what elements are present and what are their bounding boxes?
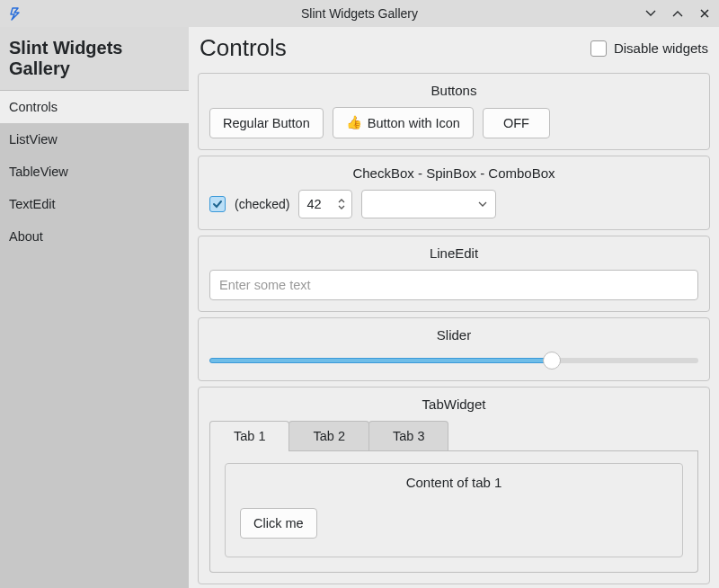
disable-widgets-label: Disable widgets [614, 40, 708, 56]
button-with-icon-label: Button with Icon [368, 116, 460, 130]
csc-panel-title: CheckBox - SpinBox - ComboBox [209, 165, 698, 181]
sidebar-item-about[interactable]: About [0, 220, 189, 253]
combobox[interactable] [361, 190, 496, 218]
thumbs-up-icon: 👍 [346, 115, 362, 130]
main-content: Controls Disable widgets Buttons Regular… [189, 27, 719, 588]
tab-2[interactable]: Tab 2 [288, 421, 368, 450]
sidebar-item-listview[interactable]: ListView [0, 123, 189, 156]
tab-3[interactable]: Tab 3 [368, 421, 448, 450]
sidebar: Slint Widgets Gallery Controls ListView … [0, 27, 189, 588]
slider-panel-title: Slider [209, 327, 698, 343]
sidebar-title: Slint Widgets Gallery [0, 27, 189, 91]
regular-button[interactable]: Regular Button [209, 108, 324, 138]
spinbox-input[interactable] [299, 191, 337, 218]
window-title: Slint Widgets Gallery [0, 6, 719, 21]
maximize-button[interactable] [670, 6, 685, 21]
buttons-panel: Buttons Regular Button 👍 Button with Ico… [198, 73, 710, 150]
slider-panel: Slider [198, 317, 710, 381]
slider[interactable] [209, 352, 698, 370]
spinbox-arrows[interactable] [337, 191, 351, 218]
click-me-button[interactable]: Click me [240, 508, 317, 539]
tabwidget-panel: TabWidget Tab 1 Tab 2 Tab 3 Content of t… [198, 387, 710, 584]
chevron-down-icon [477, 199, 488, 209]
chevron-up-icon[interactable] [337, 197, 346, 204]
tab-content: Content of tab 1 Click me [209, 450, 698, 573]
tab-1[interactable]: Tab 1 [209, 421, 289, 450]
sidebar-item-textedit[interactable]: TextEdit [0, 188, 189, 220]
buttons-panel-title: Buttons [209, 83, 698, 98]
disable-widgets-row: Disable widgets [590, 40, 708, 57]
lineedit-panel-title: LineEdit [209, 245, 698, 261]
titlebar: Slint Widgets Gallery [0, 0, 719, 27]
chevron-down-icon[interactable] [337, 204, 346, 211]
minimize-button[interactable] [644, 6, 658, 21]
checked-checkbox-label: (checked) [235, 197, 289, 211]
page-title: Controls [200, 34, 287, 62]
slider-thumb[interactable] [543, 352, 561, 370]
tab-content-inner: Content of tab 1 Click me [225, 463, 683, 557]
window-controls [644, 6, 712, 21]
lineedit-panel: LineEdit [198, 236, 710, 312]
checked-checkbox[interactable] [209, 196, 226, 212]
main-header: Controls Disable widgets [189, 27, 719, 67]
sidebar-item-tableview[interactable]: TableView [0, 156, 189, 188]
lineedit-input[interactable] [209, 270, 698, 300]
button-with-icon[interactable]: 👍 Button with Icon [333, 107, 474, 138]
slider-fill [209, 358, 552, 363]
tabbar: Tab 1 Tab 2 Tab 3 [209, 421, 698, 451]
off-button[interactable]: OFF [483, 108, 550, 138]
close-button[interactable] [697, 6, 712, 21]
checkbox-spinbox-combobox-panel: CheckBox - SpinBox - ComboBox (checked) [198, 156, 710, 230]
tabwidget-panel-title: TabWidget [209, 396, 698, 412]
sidebar-item-controls[interactable]: Controls [0, 91, 189, 123]
spinbox[interactable] [298, 190, 352, 218]
disable-widgets-checkbox[interactable] [590, 40, 607, 57]
tab-content-title: Content of tab 1 [240, 475, 668, 490]
app-icon [7, 5, 23, 22]
app-body: Slint Widgets Gallery Controls ListView … [0, 27, 719, 588]
